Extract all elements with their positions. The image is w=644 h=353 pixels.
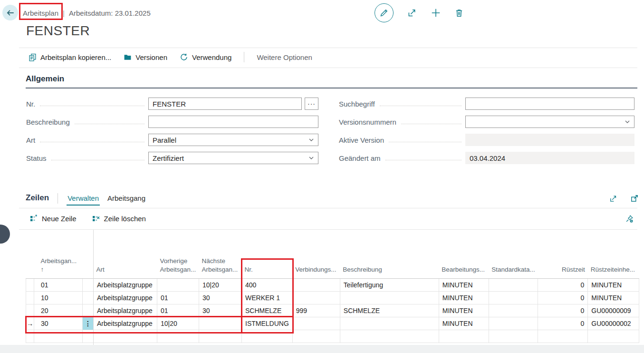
- table-cell[interactable]: 01: [34, 278, 83, 291]
- open-in-new-window-button[interactable]: [630, 194, 639, 203]
- table-cell[interactable]: [292, 291, 340, 304]
- table-cell[interactable]: MINUTEN: [439, 304, 489, 317]
- table-cell[interactable]: 01: [157, 304, 199, 317]
- delete-button[interactable]: [454, 8, 464, 18]
- table-cell[interactable]: 0: [538, 278, 588, 291]
- column-header-12[interactable]: Rüstzeiteinhe...: [588, 230, 639, 278]
- tab-arbeitsgang[interactable]: Arbeitsgang: [106, 193, 146, 205]
- table-cell[interactable]: [588, 330, 639, 343]
- table-cell[interactable]: [242, 330, 293, 343]
- field-suchbegriff-input[interactable]: [465, 98, 634, 110]
- section-allgemein-header[interactable]: Allgemein: [26, 74, 637, 88]
- table-cell[interactable]: 30: [34, 317, 83, 330]
- table-cell[interactable]: [489, 278, 538, 291]
- side-panel-handle[interactable]: [0, 225, 10, 244]
- selected-row-indicator[interactable]: →: [26, 317, 34, 330]
- table-cell[interactable]: 400: [242, 278, 293, 291]
- table-cell[interactable]: 20: [34, 304, 83, 317]
- column-header-9[interactable]: Bearbeitungs...: [439, 230, 489, 278]
- table-cell[interactable]: [489, 330, 538, 343]
- table-cell[interactable]: Arbeitsplatzgruppe: [94, 317, 157, 330]
- table-cell[interactable]: [489, 317, 538, 330]
- table-cell[interactable]: 10|20: [157, 317, 199, 330]
- column-header-2[interactable]: [83, 230, 94, 278]
- table-cell[interactable]: MINUTEN: [439, 291, 489, 304]
- breadcrumb-page-link[interactable]: Arbeitsplan: [23, 9, 58, 17]
- table-cell[interactable]: [340, 291, 439, 304]
- field-status-select[interactable]: Zertifiziert: [148, 152, 318, 164]
- field-art-select[interactable]: Parallel: [148, 134, 318, 146]
- section-zeilen-header[interactable]: Zeilen: [26, 193, 49, 203]
- table-cell[interactable]: Teilefertigung: [340, 278, 439, 291]
- column-header-3[interactable]: Art: [94, 230, 157, 278]
- table-cell[interactable]: MINUTEN: [439, 317, 489, 330]
- table-cell[interactable]: Arbeitsplatzgruppe: [94, 291, 157, 304]
- edit-button[interactable]: [375, 3, 394, 22]
- tab-verwalten[interactable]: Verwalten: [67, 193, 100, 206]
- versions-button[interactable]: Versionen: [124, 53, 167, 61]
- usage-button[interactable]: Verwendung: [180, 53, 231, 61]
- table-cell[interactable]: [83, 291, 94, 304]
- field-nr-assist-button[interactable]: ···: [305, 98, 318, 110]
- table-cell[interactable]: [83, 330, 94, 343]
- table-cell[interactable]: [157, 278, 199, 291]
- table-cell[interactable]: MINUTEN: [588, 291, 639, 304]
- row-menu-button[interactable]: ⋮: [83, 317, 94, 330]
- table-cell[interactable]: 0: [538, 304, 588, 317]
- column-header-7[interactable]: Verbindungs...: [292, 230, 340, 278]
- table-cell[interactable]: [292, 278, 340, 291]
- table-cell[interactable]: MINUTEN: [439, 278, 489, 291]
- more-options-button[interactable]: Weitere Optionen: [257, 53, 312, 61]
- table-cell[interactable]: GU00000009: [588, 304, 639, 317]
- table-cell[interactable]: SCHMELZE: [340, 304, 439, 317]
- column-header-11[interactable]: Rüstzeit: [538, 230, 588, 278]
- new-button[interactable]: [431, 8, 441, 18]
- table-cell[interactable]: 30: [199, 304, 242, 317]
- table-cell[interactable]: [538, 330, 588, 343]
- column-header-1[interactable]: Arbeitsgan... ↑: [34, 230, 83, 278]
- column-header-4[interactable]: Vorherige Arbeitsgan...: [157, 230, 199, 278]
- share-button[interactable]: [407, 8, 417, 18]
- share-lines-button[interactable]: [609, 194, 618, 203]
- field-nr-input[interactable]: [148, 98, 302, 110]
- table-cell[interactable]: [439, 330, 489, 343]
- table-cell[interactable]: [26, 330, 34, 343]
- table-cell[interactable]: ISTMELDUNG: [242, 317, 293, 330]
- field-beschreibung-input[interactable]: [148, 116, 318, 128]
- table-cell[interactable]: [34, 330, 83, 343]
- table-cell[interactable]: [340, 330, 439, 343]
- column-header-6[interactable]: Nr.: [242, 230, 293, 278]
- table-cell[interactable]: [94, 330, 157, 343]
- table-cell[interactable]: WERKER 1: [242, 291, 293, 304]
- column-header-8[interactable]: Beschreibung: [340, 230, 439, 278]
- table-cell[interactable]: [26, 291, 34, 304]
- table-cell[interactable]: [292, 317, 340, 330]
- table-cell[interactable]: SCHMELZE: [242, 304, 293, 317]
- table-cell[interactable]: [489, 304, 538, 317]
- table-cell[interactable]: 01: [157, 291, 199, 304]
- table-cell[interactable]: [199, 317, 242, 330]
- table-cell[interactable]: 0: [538, 317, 588, 330]
- table-cell[interactable]: MINUTEN: [588, 278, 639, 291]
- table-cell[interactable]: [157, 330, 199, 343]
- table-cell[interactable]: [340, 317, 439, 330]
- table-cell[interactable]: [199, 330, 242, 343]
- copy-routing-button[interactable]: Arbeitsplan kopieren...: [29, 53, 111, 61]
- table-cell[interactable]: [489, 291, 538, 304]
- table-cell[interactable]: [83, 304, 94, 317]
- delete-line-button[interactable]: Zeile löschen: [92, 215, 146, 223]
- table-cell[interactable]: 0: [538, 291, 588, 304]
- field-versionsnummern-select[interactable]: [465, 116, 634, 128]
- column-header-5[interactable]: Nächste Arbeitsgan...: [199, 230, 242, 278]
- back-button[interactable]: [2, 5, 18, 20]
- table-cell[interactable]: Arbeitsplatzgruppe: [94, 278, 157, 291]
- column-header-0[interactable]: [26, 230, 34, 278]
- table-cell[interactable]: [26, 304, 34, 317]
- table-cell[interactable]: [83, 278, 94, 291]
- table-cell[interactable]: 10|20: [199, 278, 242, 291]
- table-cell[interactable]: [26, 278, 34, 291]
- column-header-10[interactable]: Standardkata...: [489, 230, 538, 278]
- table-cell[interactable]: 10: [34, 291, 83, 304]
- table-cell[interactable]: Arbeitsplatzgruppe: [94, 304, 157, 317]
- new-line-button[interactable]: * Neue Zeile: [29, 215, 77, 223]
